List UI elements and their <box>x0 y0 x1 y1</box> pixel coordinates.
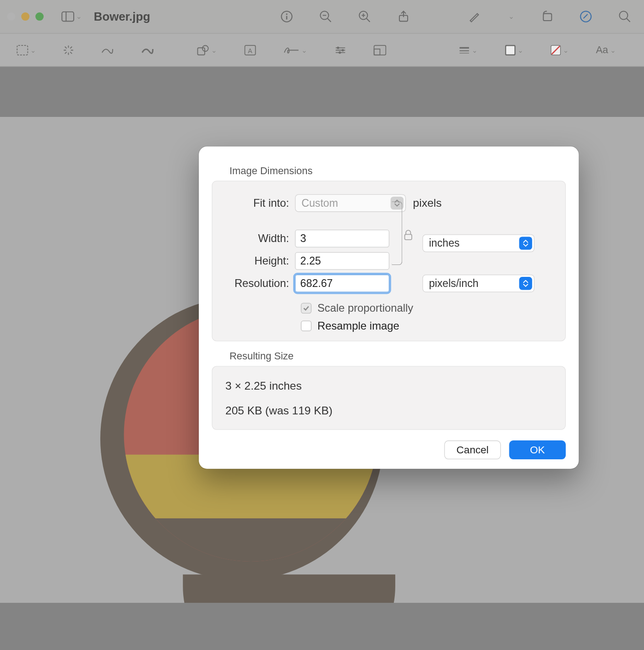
scale-proportionally-label: Scale proportionally <box>317 302 413 314</box>
fit-into-label: Fit into: <box>223 197 295 209</box>
resolution-unit-value: pixels/inch <box>429 277 478 290</box>
adjust-size-dialog: Image Dimensions Fit into: Custom pixels <box>199 146 579 468</box>
svg-rect-47 <box>405 235 412 240</box>
dimensions-group: Fit into: Custom pixels Width: <box>212 181 566 341</box>
fit-into-value: Custom <box>301 197 338 209</box>
cancel-button[interactable]: Cancel <box>444 441 501 459</box>
fit-into-unit: pixels <box>413 197 442 209</box>
resolution-label: Resolution: <box>223 277 295 290</box>
lock-icon[interactable] <box>404 228 413 241</box>
width-label: Width: <box>223 232 295 245</box>
height-input[interactable] <box>295 252 389 270</box>
image-dimensions-label: Image Dimensions <box>229 165 566 177</box>
resulting-size-label: Resulting Size <box>229 351 566 363</box>
ok-button[interactable]: OK <box>509 441 566 459</box>
height-label: Height: <box>223 254 295 267</box>
size-unit-select[interactable]: inches <box>422 234 535 252</box>
fit-into-select[interactable]: Custom <box>295 194 406 212</box>
resulting-size-group: 3 × 2.25 inches 205 KB (was 119 KB) <box>212 366 566 430</box>
width-input[interactable] <box>295 230 389 248</box>
size-unit-value: inches <box>429 237 459 249</box>
select-arrows-icon <box>519 277 532 290</box>
resample-image-label: Resample image <box>317 319 399 332</box>
resolution-input[interactable] <box>295 275 389 292</box>
resolution-unit-select[interactable]: pixels/inch <box>422 275 535 292</box>
select-arrows-icon <box>519 237 532 249</box>
result-filesize: 205 KB (was 119 KB) <box>225 404 552 417</box>
result-dimensions: 3 × 2.25 inches <box>225 380 552 392</box>
resample-image-checkbox[interactable] <box>301 320 311 331</box>
scale-proportionally-checkbox[interactable] <box>301 303 311 314</box>
